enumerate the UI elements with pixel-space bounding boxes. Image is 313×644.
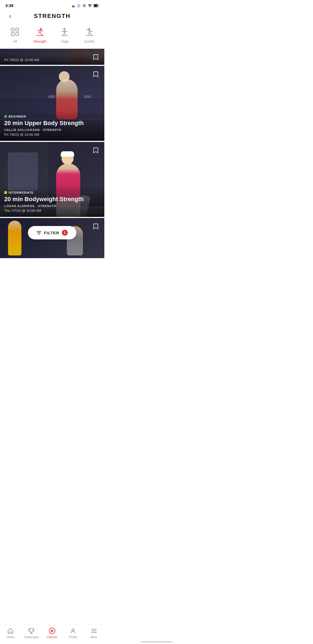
status-time: 3:38 — [5, 3, 13, 8]
level-dot — [4, 115, 7, 118]
yoga-icon — [59, 26, 70, 38]
card-bodyweight[interactable]: INTERMEDIATE 20 min Bodyweight Strength … — [0, 142, 104, 217]
card-upper-body-overlay: BEGINNER 20 min Upper Body Strength CALL… — [0, 110, 104, 141]
all-icon — [9, 26, 21, 38]
svg-point-1 — [73, 7, 74, 7]
class-time-upper-body: Fri 7/8/22 @ 10:00 AM — [4, 133, 100, 137]
meta-separator: · — [41, 128, 43, 131]
instructor-name: CALLIE GULLICKSON — [4, 128, 40, 131]
card-bodyweight-overlay: INTERMEDIATE 20 min Bodyweight Strength … — [0, 186, 104, 217]
category-label-strength: Strength — [33, 39, 46, 43]
category-tab-all[interactable]: All — [3, 26, 28, 43]
class-category-2: STRENGTH — [38, 204, 56, 208]
bookmark-button-bottom[interactable] — [91, 222, 101, 231]
svg-rect-8 — [11, 33, 14, 36]
class-meta-upper-body: CALLIE GULLICKSON · STRENGTH — [4, 128, 100, 131]
bookmark-button-upper-body[interactable] — [91, 70, 101, 79]
strength-icon — [34, 26, 46, 38]
category-tab-yoga[interactable]: Yoga — [52, 26, 77, 43]
svg-point-4 — [90, 6, 90, 7]
class-title-upper-body: 20 min Upper Body Strength — [4, 120, 100, 127]
level-badge-intermediate: INTERMEDIATE — [4, 191, 34, 194]
battery-icon — [94, 4, 99, 7]
filter-button[interactable]: FILTER 1 — [28, 226, 76, 239]
class-title-bodyweight: 20 min Bodyweight Strength — [4, 196, 100, 203]
card-partial-top[interactable]: Fri 7/8/22 @ 10:00 AM — [0, 49, 104, 65]
bookmark-button-partial[interactable] — [91, 52, 101, 62]
header: ‹ STRENGTH — [0, 10, 104, 24]
page-title: STRENGTH — [34, 13, 71, 20]
level-text: BEGINNER — [9, 115, 26, 118]
filter-button-container: FILTER 1 — [28, 226, 76, 239]
partial-card-time: Fri 7/8/22 @ 10:00 AM — [4, 58, 39, 62]
cardio-icon — [83, 26, 95, 38]
filter-count: 1 — [62, 230, 68, 236]
svg-rect-7 — [11, 28, 14, 31]
svg-rect-6 — [94, 5, 97, 7]
svg-rect-9 — [16, 28, 19, 31]
svg-rect-10 — [16, 33, 19, 36]
category-label-all: All — [13, 39, 17, 43]
filter-icon — [36, 231, 41, 235]
category-tabs: All Strength — [0, 24, 104, 49]
level-text-intermediate: INTERMEDIATE — [9, 191, 34, 194]
google-icon: G — [77, 4, 81, 7]
filter-label: FILTER — [44, 231, 59, 235]
category-label-cardio: Cardio — [84, 39, 94, 43]
card-upper-body[interactable]: BEGINNER 20 min Upper Body Strength CALL… — [0, 66, 104, 141]
class-category: STRENGTH — [43, 128, 62, 131]
category-label-yoga: Yoga — [61, 39, 68, 43]
bookmark-button-bodyweight[interactable] — [91, 146, 101, 155]
signal-icon — [71, 4, 75, 7]
status-bar: 3:38 G — [0, 0, 104, 10]
status-icons: G — [71, 4, 99, 7]
back-chevron-icon: ‹ — [9, 12, 11, 20]
instructor-name-2: LOGAN ALDRIDGE — [4, 204, 35, 208]
category-tab-cardio[interactable]: Cardio — [77, 26, 102, 43]
level-badge-beginner: BEGINNER — [4, 115, 26, 118]
svg-point-3 — [84, 5, 85, 6]
category-tab-strength[interactable]: Strength — [28, 26, 52, 43]
class-time-bodyweight: Thu 7/7/22 @ 10:00 AM — [4, 209, 100, 213]
class-meta-bodyweight: LOGAN ALDRIDGE · STRENGTH — [4, 204, 100, 208]
svg-text:G: G — [78, 5, 79, 7]
meta-separator-2: · — [36, 204, 38, 208]
content-area: Fri 7/8/22 @ 10:00 AM — [0, 49, 104, 258]
settings-icon — [82, 4, 86, 7]
level-dot-intermediate — [4, 191, 7, 194]
back-button[interactable]: ‹ — [5, 11, 15, 21]
wifi-icon — [88, 4, 92, 7]
